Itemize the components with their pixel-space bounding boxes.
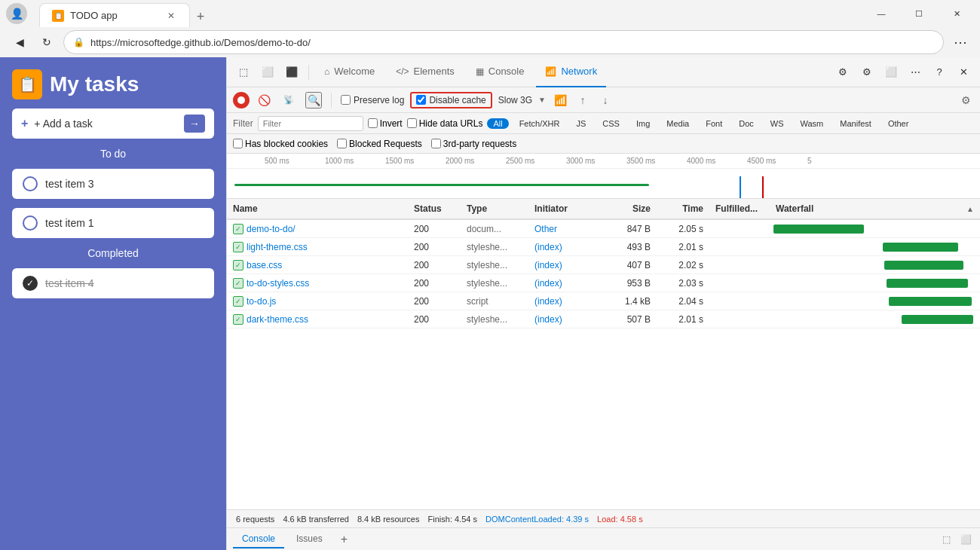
hide-data-urls-input[interactable] <box>407 118 417 128</box>
url-bar[interactable]: 🔒 https://microsoftedge.github.io/Demos/… <box>63 30 944 54</box>
type-filter-font[interactable]: Font <box>700 118 728 129</box>
row-initiator[interactable]: (index) <box>528 260 604 270</box>
tab-console-bottom[interactable]: Console <box>233 530 284 548</box>
download-icon[interactable]: ↓ <box>597 92 614 108</box>
add-task-bar[interactable]: + + Add a task → <box>12 108 214 139</box>
blocked-requests-checkbox[interactable]: Blocked Requests <box>337 139 422 149</box>
table-row[interactable]: ✓ base.css 200 styleshe... (index) 407 B… <box>227 256 980 274</box>
maximize-button[interactable]: ☐ <box>902 2 936 26</box>
search-icon[interactable]: ⚙ <box>832 62 853 83</box>
type-filter-fetchxhr[interactable]: Fetch/XHR <box>513 118 566 129</box>
list-item[interactable]: test item 1 <box>12 208 214 238</box>
type-filter-doc[interactable]: Doc <box>733 118 760 129</box>
add-task-arrow-icon[interactable]: → <box>184 115 205 133</box>
table-row[interactable]: ✓ to-do-styles.css 200 styleshe... (inde… <box>227 274 980 292</box>
tab-elements[interactable]: </> Elements <box>387 57 464 87</box>
disable-cache-input[interactable] <box>416 95 426 105</box>
column-header-waterfall[interactable]: Waterfall ▲ <box>770 203 980 214</box>
blocked-requests-input[interactable] <box>337 139 347 148</box>
close-devtools-button[interactable]: ✕ <box>953 62 974 83</box>
type-filter-manifest[interactable]: Manifest <box>834 118 877 129</box>
invert-checkbox[interactable]: Invert <box>368 118 403 129</box>
row-initiator[interactable]: Other <box>528 224 604 234</box>
type-filter-css[interactable]: CSS <box>596 118 626 129</box>
type-filter-ws[interactable]: WS <box>764 118 790 129</box>
row-initiator[interactable]: (index) <box>528 296 604 307</box>
task-checkbox[interactable] <box>23 176 38 191</box>
column-header-initiator[interactable]: Initiator <box>528 203 604 214</box>
task-checkbox-checked[interactable]: ✓ <box>23 276 38 291</box>
row-initiator[interactable]: (index) <box>528 314 604 325</box>
device-emulation-button[interactable]: ⬜ <box>257 62 278 83</box>
row-name-base-css[interactable]: ✓ base.css <box>227 260 408 270</box>
new-tab-button[interactable]: + <box>190 6 211 27</box>
tab-close-button[interactable]: ✕ <box>165 10 177 22</box>
list-item[interactable]: ✓ test item 4 <box>12 268 214 298</box>
active-tab[interactable]: 📋 TODO app ✕ <box>39 3 190 27</box>
customize-devtools-button[interactable]: ⬛ <box>281 62 302 83</box>
type-filter-js[interactable]: JS <box>570 118 592 129</box>
third-party-input[interactable] <box>431 139 441 148</box>
table-row[interactable]: ✓ to-do.js 200 script (index) 1.4 kB 2.0… <box>227 292 980 310</box>
close-button[interactable]: ✕ <box>939 2 974 26</box>
row-name-todo-js[interactable]: ✓ to-do.js <box>227 296 408 307</box>
tab-console[interactable]: ▦ Console <box>467 57 534 87</box>
row-name-todo-styles[interactable]: ✓ to-do-styles.css <box>227 278 408 289</box>
hide-data-urls-checkbox[interactable]: Hide data URLs <box>407 118 483 129</box>
throttle-arrow-icon[interactable]: ▼ <box>538 96 546 104</box>
add-panel-button[interactable]: + <box>341 533 348 546</box>
row-name-demo-to-do[interactable]: ✓ demo-to-do/ <box>227 224 408 234</box>
inspect-element-button[interactable]: ⬚ <box>233 62 254 83</box>
table-row[interactable]: ✓ light-theme.css 200 styleshe... (index… <box>227 238 980 256</box>
type-filter-other[interactable]: Other <box>882 118 915 129</box>
record-button[interactable] <box>233 92 250 108</box>
throttle-selector[interactable]: Slow 3G <box>498 95 532 105</box>
type-filter-wasm[interactable]: Wasm <box>795 118 830 129</box>
more-tools-button[interactable]: ⋯ <box>905 62 926 83</box>
wifi-icon[interactable]: 📶 <box>552 92 568 108</box>
row-name-light-theme[interactable]: ✓ light-theme.css <box>227 242 408 252</box>
column-header-size[interactable]: Size <box>604 203 657 214</box>
column-header-name[interactable]: Name <box>227 203 408 214</box>
table-row[interactable]: ✓ dark-theme.css 200 styleshe... (index)… <box>227 310 980 328</box>
type-filter-all[interactable]: All <box>487 118 508 129</box>
type-filter-media[interactable]: Media <box>660 118 695 129</box>
table-row[interactable]: ✓ demo-to-do/ 200 docum... Other 847 B 2… <box>227 220 980 238</box>
filter-input[interactable] <box>258 116 363 131</box>
minimize-button[interactable]: — <box>864 2 899 26</box>
list-item[interactable]: test item 3 <box>12 169 214 199</box>
search-button[interactable]: 🔍 <box>305 92 322 108</box>
invert-input[interactable] <box>368 118 378 128</box>
row-name-dark-theme[interactable]: ✓ dark-theme.css <box>227 314 408 325</box>
column-header-status[interactable]: Status <box>408 203 461 214</box>
settings-icon[interactable]: ⬜ <box>880 62 902 83</box>
third-party-checkbox[interactable]: 3rd-party requests <box>431 139 516 149</box>
filter-button[interactable]: 📡 <box>278 90 299 111</box>
preserve-log-checkbox[interactable]: Preserve log <box>341 95 404 105</box>
network-settings-button[interactable]: ⚙ <box>957 92 974 108</box>
help-button[interactable]: ? <box>929 62 950 83</box>
more-options-button[interactable]: ⋯ <box>950 32 971 53</box>
clear-button[interactable]: 🚫 <box>256 92 272 108</box>
tab-network[interactable]: 📶 Network <box>536 57 606 87</box>
back-button[interactable]: ◀ <box>9 32 30 53</box>
has-blocked-cookies-input[interactable] <box>233 139 243 148</box>
tab-welcome[interactable]: ⌂ Welcome <box>315 57 384 87</box>
upload-icon[interactable]: ↑ <box>574 92 591 108</box>
refresh-button[interactable]: ↻ <box>36 32 57 53</box>
row-initiator[interactable]: (index) <box>528 242 604 252</box>
task-checkbox[interactable] <box>23 215 38 231</box>
column-header-time[interactable]: Time <box>657 203 709 214</box>
disable-cache-checkbox[interactable]: Disable cache <box>416 95 485 105</box>
toolbar-separator <box>308 65 309 80</box>
column-header-fulfilled[interactable]: Fulfilled... <box>709 203 770 214</box>
dock-bottom-icon[interactable]: ⬜ <box>957 531 974 548</box>
column-header-type[interactable]: Type <box>461 203 528 214</box>
has-blocked-cookies-checkbox[interactable]: Has blocked cookies <box>233 139 328 149</box>
undock-icon[interactable]: ⬚ <box>938 531 954 548</box>
performance-monitor-icon[interactable]: ⚙ <box>856 62 877 83</box>
type-filter-img[interactable]: Img <box>630 118 656 129</box>
tab-issues[interactable]: Issues <box>287 530 332 548</box>
row-initiator[interactable]: (index) <box>528 278 604 289</box>
preserve-log-input[interactable] <box>341 95 351 105</box>
